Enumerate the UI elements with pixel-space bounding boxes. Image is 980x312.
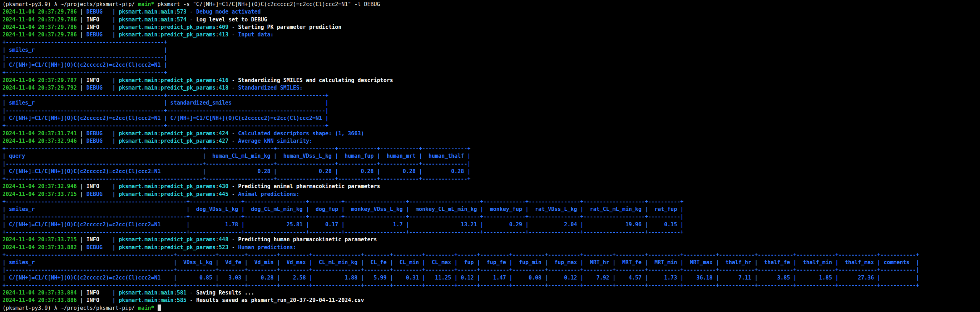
- table-human-line: | smiles_r | VDss_L_kg | Vd_fe | Vd_min …: [3, 259, 980, 266]
- log-line: 2024-11-04 20:37:31.741 | DEBUG | pksmar…: [3, 130, 980, 138]
- log-location: pksmart.main: [119, 191, 157, 197]
- log-timestamp: 2024-11-04 20:37:29.786: [3, 32, 77, 38]
- table-input-line: |---------------------------------------…: [3, 54, 980, 62]
- table-human-line: | C/[NH+]=C1/C[NH+](O)C(c2ccccc2)=c2cc(C…: [3, 274, 980, 282]
- log-location: predict_pk_params: [161, 138, 216, 144]
- log-message: Predicting human pharmacokinetic paramet…: [238, 236, 377, 243]
- log-level: DEBUG: [86, 138, 112, 144]
- log-message: Human predictions:: [238, 244, 296, 250]
- log-location: predict_pk_params: [161, 85, 216, 91]
- table-human-line: |---------------------------------------…: [3, 266, 980, 274]
- prompt-path: ~/projects/pksmart-pip/: [61, 305, 138, 311]
- table-animal-line: | smiles_r | dog_VDss_L_kg | dog_CL_mL_m…: [3, 206, 980, 213]
- log-line: 2024-11-04 20:37:33.715 | DEBUG | pksmar…: [3, 191, 980, 198]
- log-timestamp: 2024-11-04 20:37:29.786: [3, 16, 77, 23]
- log-location: main: [161, 9, 174, 15]
- table-animal-line: +---------------------------------------…: [3, 228, 980, 236]
- log-timestamp: 2024-11-04 20:37:29.786: [3, 9, 77, 15]
- prompt-line: (pksmart-py3.9) λ ~/projects/pksmart-pip…: [3, 1, 980, 8]
- log-location: pksmart.main: [119, 183, 157, 190]
- table-similarity-line: | C/[NH+]=C1/C[NH+](O)C(c2ccccc2)=c2cc(C…: [3, 168, 980, 175]
- log-line: 2024-11-04 20:37:29.787 | INFO | pksmart…: [3, 77, 980, 84]
- log-level: DEBUG: [86, 130, 112, 137]
- log-location: 418: [219, 85, 228, 91]
- table-human-line: +---------------------------------------…: [3, 282, 980, 289]
- log-level: INFO: [86, 290, 112, 296]
- log-level: DEBUG: [86, 9, 112, 15]
- log-location: pksmart.main: [119, 16, 157, 23]
- log-level: INFO: [86, 297, 112, 303]
- table-standardized-line: +---------------------------------------…: [3, 92, 980, 99]
- log-level: INFO: [86, 77, 112, 84]
- log-location: pksmart.main: [119, 244, 157, 250]
- log-level: INFO: [86, 183, 112, 190]
- prompt-line: (pksmart-py3.9) λ ~/projects/pksmart-pip…: [3, 304, 980, 312]
- log-line: 2024-11-04 20:37:29.786 | DEBUG | pksmar…: [3, 31, 980, 38]
- log-message: Debug mode activated: [196, 9, 261, 15]
- terminal[interactable]: (pksmart-py3.9) λ ~/projects/pksmart-pip…: [0, 0, 980, 312]
- log-location: pksmart.main: [119, 236, 157, 243]
- table-input-line: | smiles_r |: [3, 46, 980, 54]
- table-input-line: +---------------------------------------…: [3, 38, 980, 46]
- log-message: Starting PK parameter prediction: [238, 24, 341, 30]
- log-location: 581: [177, 290, 186, 296]
- log-line: 2024-11-04 20:37:33.884 | INFO | pksmart…: [3, 289, 980, 297]
- log-message: Standardized SMILES:: [238, 85, 303, 91]
- log-location: predict_pk_params: [161, 130, 216, 137]
- log-message: Saving Results ...: [196, 290, 255, 296]
- log-location: predict_pk_params: [161, 191, 216, 197]
- log-timestamp: 2024-11-04 20:37:29.786: [3, 24, 77, 30]
- log-location: 585: [177, 297, 186, 303]
- table-standardized-line: | smiles_r | standardized_smiles |: [3, 99, 980, 107]
- log-location: 409: [219, 24, 228, 30]
- table-animal-line: | C/[NH+]=C1/C[NH+](O)C(c2ccccc2)=c2cc(C…: [3, 221, 980, 228]
- table-human-line: +---------------------------------------…: [3, 251, 980, 259]
- log-location: 523: [219, 244, 228, 250]
- log-location: 416: [219, 77, 228, 84]
- log-timestamp: 2024-11-04 20:37:29.787: [3, 77, 77, 84]
- log-line: 2024-11-04 20:37:33.882 | DEBUG | pksmar…: [3, 244, 980, 251]
- log-timestamp: 2024-11-04 20:37:33.715: [3, 236, 77, 243]
- log-location: pksmart.main: [119, 130, 157, 137]
- table-input-line: +---------------------------------------…: [3, 69, 980, 76]
- log-timestamp: 2024-11-04 20:37:33.715: [3, 191, 77, 197]
- log-location: pksmart.main: [119, 290, 157, 296]
- log-timestamp: 2024-11-04 20:37:33.882: [3, 244, 77, 250]
- log-level: DEBUG: [86, 244, 112, 250]
- log-message: Average kNN similarity:: [238, 138, 312, 144]
- log-line: 2024-11-04 20:37:33.886 | INFO | pksmart…: [3, 297, 980, 304]
- log-level: INFO: [86, 24, 112, 30]
- log-message: Predicting animal pharmacokinetic parame…: [238, 183, 380, 190]
- log-location: predict_pk_params: [161, 24, 216, 30]
- table-similarity-line: +---------------------------------------…: [3, 175, 980, 183]
- log-location: 427: [219, 138, 228, 144]
- log-level: INFO: [86, 236, 112, 243]
- table-animal-line: +---------------------------------------…: [3, 198, 980, 206]
- prompt-venv: (pksmart-py3.9) λ: [3, 305, 61, 311]
- log-location: predict_pk_params: [161, 183, 216, 190]
- log-location: 413: [219, 32, 228, 38]
- log-location: predict_pk_params: [161, 77, 216, 84]
- table-similarity-line: |---------------------------------------…: [3, 160, 980, 168]
- table-similarity-line: | query | human_CL_mL_min_kg | human_VDs…: [3, 152, 980, 160]
- log-timestamp: 2024-11-04 20:37:29.792: [3, 85, 77, 91]
- log-location: pksmart.main: [119, 32, 157, 38]
- log-timestamp: 2024-11-04 20:37:32.946: [3, 138, 77, 144]
- log-location: 445: [219, 191, 228, 197]
- log-location: main: [161, 297, 174, 303]
- log-timestamp: 2024-11-04 20:37:32.946: [3, 183, 77, 190]
- table-similarity-line: +---------------------------------------…: [3, 145, 980, 152]
- log-message: Log level set to DEBUG: [196, 16, 267, 23]
- log-message: Calculated descriptors shape: (1, 3663): [238, 130, 364, 137]
- log-message: Results saved as pksmart_run_20-37-29-04…: [196, 297, 364, 303]
- log-location: pksmart.main: [119, 24, 157, 30]
- table-animal-line: |---------------------------------------…: [3, 213, 980, 221]
- log-location: predict_pk_params: [161, 236, 216, 243]
- table-standardized-line: +---------------------------------------…: [3, 122, 980, 130]
- log-level: DEBUG: [86, 191, 112, 197]
- table-input-line: | C/[NH+]=C1/C[NH+](O)C(c2ccccc2)=c2cc(C…: [3, 62, 980, 69]
- log-location: 573: [177, 9, 186, 15]
- log-location: 430: [219, 183, 228, 190]
- log-timestamp: 2024-11-04 20:37:31.741: [3, 130, 77, 137]
- log-location: 574: [177, 16, 186, 23]
